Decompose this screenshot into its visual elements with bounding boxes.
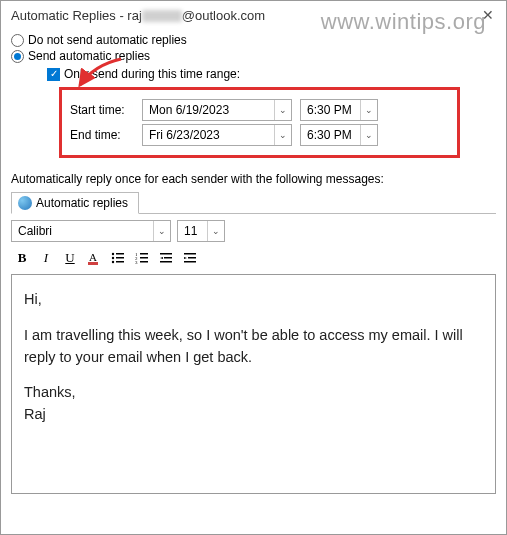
underline-button[interactable]: U <box>59 248 81 268</box>
svg-rect-16 <box>160 261 172 263</box>
checkbox-icon: ✓ <box>47 68 60 81</box>
message-closing: Thanks, Raj <box>24 382 483 426</box>
bullet-list-button[interactable] <box>107 248 129 268</box>
radio-label: Do not send automatic replies <box>28 33 187 47</box>
font-family-dropdown[interactable]: Calibri ⌄ <box>11 220 171 242</box>
numbered-list-button[interactable]: 123 <box>131 248 153 268</box>
start-time-dropdown[interactable]: 6:30 PM ⌄ <box>300 99 378 121</box>
font-family-value: Calibri <box>18 224 52 238</box>
radio-no-auto-replies[interactable]: Do not send automatic replies <box>11 33 496 47</box>
redacted-text <box>142 10 182 22</box>
font-color-button[interactable]: A <box>83 248 105 268</box>
svg-rect-19 <box>184 261 196 263</box>
format-toolbar: B I U A 123 <box>11 246 496 274</box>
start-date-dropdown[interactable]: Mon 6/19/2023 ⌄ <box>142 99 292 121</box>
svg-rect-11 <box>140 257 148 259</box>
chevron-down-icon: ⌄ <box>153 221 166 241</box>
svg-rect-15 <box>164 257 172 259</box>
svg-point-2 <box>112 253 114 255</box>
message-body: I am travelling this week, so I won't be… <box>24 325 483 369</box>
outdent-button[interactable] <box>155 248 177 268</box>
close-button[interactable]: ✕ <box>478 7 498 23</box>
message-textarea[interactable]: Hi, I am travelling this week, so I won'… <box>11 274 496 494</box>
svg-rect-17 <box>184 253 196 255</box>
radio-label: Send automatic replies <box>28 49 150 63</box>
font-size-dropdown[interactable]: 11 ⌄ <box>177 220 225 242</box>
svg-text:3: 3 <box>135 260 138 265</box>
radio-icon <box>11 34 24 47</box>
start-time-row: Start time: Mon 6/19/2023 ⌄ 6:30 PM ⌄ <box>70 99 449 121</box>
end-time-value: 6:30 PM <box>307 128 352 142</box>
tab-bar: Automatic replies <box>11 192 496 214</box>
italic-button[interactable]: I <box>35 248 57 268</box>
font-size-value: 11 <box>184 224 197 238</box>
svg-text:A: A <box>89 251 97 263</box>
checkbox-time-range[interactable]: ✓ Only send during this time range: <box>47 67 496 81</box>
end-time-row: End time: Fri 6/23/2023 ⌄ 6:30 PM ⌄ <box>70 124 449 146</box>
instruction-text: Automatically reply once for each sender… <box>11 172 496 186</box>
title-bar: Automatic Replies - raj@outlook.com ✕ <box>1 1 506 27</box>
svg-rect-7 <box>116 261 124 263</box>
font-toolbar: Calibri ⌄ 11 ⌄ <box>11 214 496 246</box>
start-time-value: 6:30 PM <box>307 103 352 117</box>
svg-rect-1 <box>88 262 98 265</box>
svg-rect-13 <box>140 261 148 263</box>
svg-rect-3 <box>116 253 124 255</box>
end-date-dropdown[interactable]: Fri 6/23/2023 ⌄ <box>142 124 292 146</box>
svg-point-6 <box>112 261 114 263</box>
title-suffix: @outlook.com <box>182 8 265 23</box>
radio-icon <box>11 50 24 63</box>
radio-send-auto-replies[interactable]: Send automatic replies <box>11 49 496 63</box>
end-time-dropdown[interactable]: 6:30 PM ⌄ <box>300 124 378 146</box>
time-range-highlight: Start time: Mon 6/19/2023 ⌄ 6:30 PM ⌄ En… <box>59 87 460 158</box>
globe-icon <box>18 196 32 210</box>
svg-rect-18 <box>188 257 196 259</box>
start-date-value: Mon 6/19/2023 <box>149 103 229 117</box>
bold-button[interactable]: B <box>11 248 33 268</box>
indent-button[interactable] <box>179 248 201 268</box>
title-prefix: Automatic Replies - raj <box>11 8 142 23</box>
message-greeting: Hi, <box>24 289 483 311</box>
chevron-down-icon: ⌄ <box>274 100 287 120</box>
chevron-down-icon: ⌄ <box>274 125 287 145</box>
tab-automatic-replies[interactable]: Automatic replies <box>11 192 139 214</box>
svg-rect-14 <box>160 253 172 255</box>
window-title: Automatic Replies - raj@outlook.com <box>11 8 478 23</box>
tab-label: Automatic replies <box>36 196 128 210</box>
svg-rect-9 <box>140 253 148 255</box>
chevron-down-icon: ⌄ <box>360 100 373 120</box>
checkbox-label: Only send during this time range: <box>64 67 240 81</box>
start-time-label: Start time: <box>70 103 134 117</box>
chevron-down-icon: ⌄ <box>207 221 220 241</box>
end-date-value: Fri 6/23/2023 <box>149 128 220 142</box>
end-time-label: End time: <box>70 128 134 142</box>
svg-point-4 <box>112 257 114 259</box>
chevron-down-icon: ⌄ <box>360 125 373 145</box>
svg-rect-5 <box>116 257 124 259</box>
